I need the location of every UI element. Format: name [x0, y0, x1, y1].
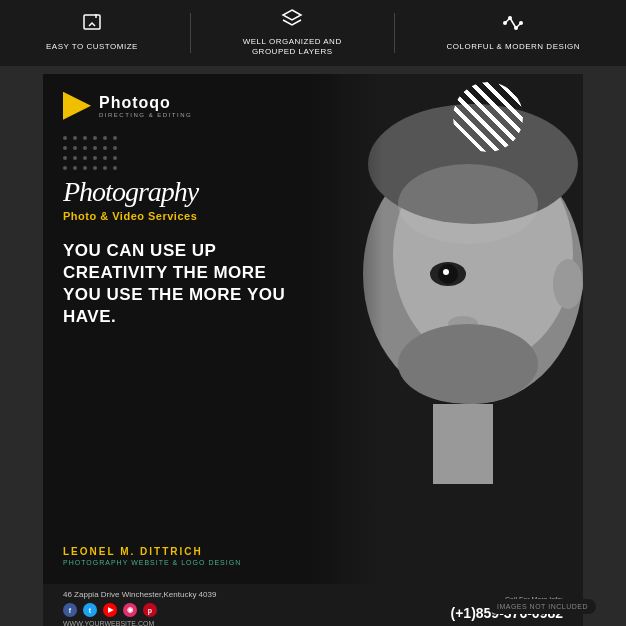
author-title: PHOTOGRAPHY WEBSITE & LOGO DESIGN: [63, 559, 303, 566]
feature1-label: EASY TO CUSTOMIZE: [46, 42, 138, 52]
svg-point-7: [519, 21, 523, 25]
left-content: Photoqo DIRECTING & EDITING Photography …: [43, 74, 323, 584]
facebook-icon[interactable]: f: [63, 603, 77, 617]
card-wrapper: Photoqo DIRECTING & EDITING Photography …: [43, 66, 583, 626]
svg-point-5: [508, 16, 512, 20]
divider: [394, 13, 395, 53]
colorful-icon: [502, 13, 524, 38]
pinterest-icon[interactable]: p: [143, 603, 157, 617]
photography-text: Photography: [63, 178, 303, 206]
services-label: Photo & Video Services: [63, 210, 303, 222]
feature-customize: EASY TO CUSTOMIZE: [46, 13, 138, 52]
quote-text: YOU CAN USE UP CREATIVITY THE MORE YOU U…: [63, 240, 303, 530]
divider: [190, 13, 191, 53]
layers-icon: [281, 8, 303, 33]
logo-play-icon: [63, 92, 91, 120]
images-badge: IMAGES NOT INCLUDED: [489, 599, 596, 614]
instagram-icon[interactable]: ◉: [123, 603, 137, 617]
stripe-decoration: [453, 82, 523, 152]
youtube-icon[interactable]: ▶: [103, 603, 117, 617]
feature3-label: COLORFUL & MODERN DESIGN: [447, 42, 581, 52]
svg-point-13: [443, 269, 449, 275]
feature-layers: WELL ORGANIZED AND GROUPED LAYERS: [243, 8, 342, 58]
address: 46 Zappia Drive Winchester,Kentucky 4039: [63, 590, 216, 599]
svg-point-15: [398, 324, 538, 404]
svg-point-4: [503, 21, 507, 25]
svg-point-20: [398, 164, 538, 244]
svg-point-6: [514, 26, 518, 30]
logo-subtitle: DIRECTING & EDITING: [99, 112, 192, 118]
author-name: LEONEL M. DITTRICH: [63, 546, 303, 557]
customize-icon: [82, 13, 102, 38]
twitter-icon[interactable]: t: [83, 603, 97, 617]
svg-point-17: [553, 259, 583, 309]
main-card: Photoqo DIRECTING & EDITING Photography …: [43, 74, 583, 584]
logo-name: Photoqo: [99, 94, 192, 112]
dots-decoration: [63, 136, 303, 172]
logo-row: Photoqo DIRECTING & EDITING: [63, 92, 303, 120]
top-bar: EASY TO CUSTOMIZE WELL ORGANIZED AND GRO…: [0, 0, 626, 66]
logo-text: Photoqo DIRECTING & EDITING: [99, 94, 192, 118]
website: WWW.YOURWEBSITE.COM: [63, 620, 216, 626]
feature2-label: WELL ORGANIZED AND GROUPED LAYERS: [243, 37, 342, 58]
feature-colorful: COLORFUL & MODERN DESIGN: [447, 13, 581, 52]
social-icons: f t ▶ ◉ p: [63, 603, 216, 617]
face-image: [303, 74, 583, 584]
svg-rect-16: [433, 404, 493, 484]
bottom-left: 46 Zappia Drive Winchester,Kentucky 4039…: [63, 590, 216, 626]
